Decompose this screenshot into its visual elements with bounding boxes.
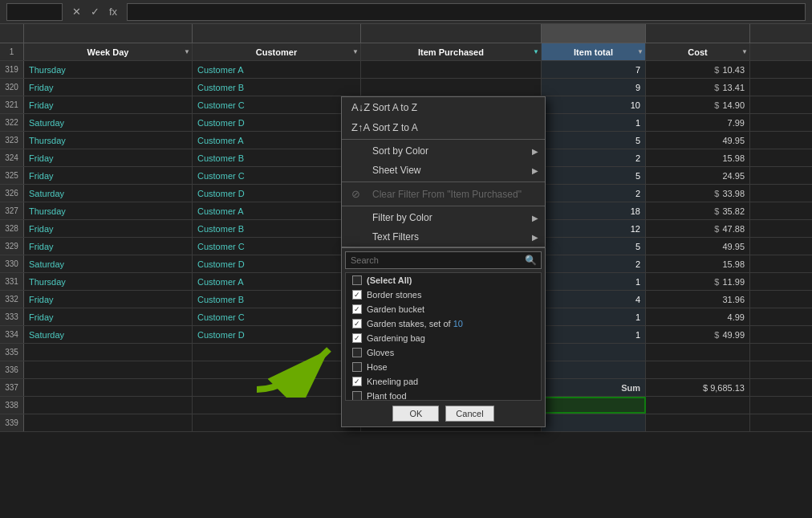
cell-weekday[interactable] — [24, 361, 193, 378]
cell-itemtotal[interactable] — [542, 414, 646, 431]
filter-list-item[interactable]: Border stones — [346, 288, 541, 302]
cell-weekday[interactable]: Thursday — [24, 202, 193, 219]
menu-item-sort-z-to-a[interactable]: Z↑ASort Z to A — [342, 117, 545, 137]
cell-itemtotal[interactable]: 5 — [542, 238, 646, 255]
cell-customer[interactable] — [193, 344, 361, 361]
cell-itemtotal[interactable]: 9 — [542, 79, 646, 96]
cell-weekday[interactable] — [24, 397, 193, 414]
cell-cost[interactable] — [646, 361, 750, 378]
cell-itemtotal[interactable]: 7 — [542, 61, 646, 78]
cell-customer[interactable]: Customer B — [193, 149, 361, 166]
cell-customer[interactable]: Customer C — [193, 167, 361, 184]
cell-weekday[interactable]: Friday — [24, 96, 193, 113]
cell-customer[interactable]: Customer D — [193, 326, 361, 343]
cell-itemtotal[interactable]: 12 — [542, 220, 646, 237]
cell-customer[interactable]: Customer A — [193, 273, 361, 290]
cell-cost[interactable]: $14.90 — [646, 96, 750, 113]
cell-itemtotal[interactable]: 5 — [542, 132, 646, 149]
cell-weekday[interactable] — [24, 379, 193, 396]
filter-checkbox[interactable] — [352, 391, 362, 401]
cell-customer[interactable] — [193, 361, 361, 378]
cell-cost[interactable] — [646, 414, 750, 431]
cell-cost[interactable]: $47.88 — [646, 220, 750, 237]
cell-customer[interactable]: Customer B — [193, 79, 361, 96]
filter-checkbox[interactable] — [352, 304, 362, 314]
filter-checkbox[interactable] — [352, 348, 362, 357]
filter-list-item[interactable]: Gardening bag — [346, 331, 541, 345]
cell-cost[interactable]: $11.99 — [646, 273, 750, 290]
cell-itemtotal[interactable]: 5 — [542, 167, 646, 184]
filter-checkbox[interactable] — [352, 362, 362, 372]
cell-customer[interactable]: Customer D — [193, 255, 361, 272]
cell-itemtotal[interactable] — [542, 397, 646, 414]
cell-itemtotal[interactable]: 2 — [542, 255, 646, 272]
cell-cost[interactable]: 24.95 — [646, 167, 750, 184]
filter-list-item[interactable]: (Select All) — [346, 273, 541, 288]
cell-customer[interactable]: Customer B — [193, 220, 361, 237]
cell-cost[interactable]: 15.98 — [646, 149, 750, 166]
cell-cost[interactable] — [646, 397, 750, 414]
cell-weekday[interactable]: Friday — [24, 238, 193, 255]
cell-customer[interactable] — [193, 414, 361, 431]
cell-cost[interactable] — [646, 344, 750, 361]
filter-list-item[interactable]: Plant food — [346, 389, 541, 401]
cell-itemtotal[interactable]: 1 — [542, 273, 646, 290]
cell-itemtotal[interactable]: Sum — [542, 379, 646, 396]
filter-panel[interactable]: 🔍 (Select All) Border stones Garden buck… — [341, 247, 546, 427]
filter-checkbox[interactable] — [352, 377, 362, 386]
filter-checkbox[interactable] — [352, 333, 362, 343]
cell-customer[interactable]: Customer B — [193, 291, 361, 308]
filter-list-item[interactable]: Gloves — [346, 345, 541, 360]
col-header-e[interactable] — [646, 24, 750, 43]
cell-item[interactable] — [361, 79, 542, 96]
cell-itemtotal[interactable]: 2 — [542, 149, 646, 166]
filter-list-item[interactable]: Garden stakes, set of 10 — [346, 316, 541, 331]
cell-itemtotal[interactable]: 1 — [542, 326, 646, 343]
cell-itemtotal[interactable]: 1 — [542, 114, 646, 131]
cell-weekday[interactable]: Thursday — [24, 132, 193, 149]
insert-function-icon[interactable]: fx — [106, 4, 120, 19]
cell-weekday[interactable]: Saturday — [24, 185, 193, 202]
cell-itemtotal[interactable]: 10 — [542, 96, 646, 113]
cell-cost[interactable]: 31.96 — [646, 291, 750, 308]
cancel-formula-icon[interactable]: ✕ — [69, 4, 84, 19]
menu-item-sort-a-to-z[interactable]: A↓ZSort A to Z — [342, 97, 545, 117]
cell-cost[interactable]: $35.82 — [646, 202, 750, 219]
filter-list-item[interactable]: Kneeling pad — [346, 374, 541, 389]
cell-cost[interactable]: $49.99 — [646, 326, 750, 343]
filter-search-box[interactable]: 🔍 — [345, 251, 542, 269]
cell-itemtotal[interactable]: 4 — [542, 291, 646, 308]
cell-weekday[interactable]: Friday — [24, 79, 193, 96]
cell-cost[interactable]: 7.99 — [646, 114, 750, 131]
cell-cost[interactable]: 4.99 — [646, 308, 750, 325]
cell-weekday[interactable]: Thursday — [24, 61, 193, 78]
cell-cost[interactable]: 15.98 — [646, 255, 750, 272]
cell-weekday[interactable]: Friday — [24, 167, 193, 184]
cell-itemtotal[interactable]: 18 — [542, 202, 646, 219]
cell-cost[interactable]: $33.98 — [646, 185, 750, 202]
col-header-a[interactable] — [24, 24, 193, 43]
cell-weekday[interactable]: Saturday — [24, 255, 193, 272]
filter-checkbox[interactable] — [352, 275, 362, 285]
confirm-formula-icon[interactable]: ✓ — [87, 4, 103, 19]
cell-weekday[interactable]: Friday — [24, 149, 193, 166]
cell-customer[interactable]: Customer C — [193, 238, 361, 255]
formula-bar[interactable] — [127, 3, 806, 21]
cell-customer[interactable] — [193, 379, 361, 396]
col-header-d[interactable] — [542, 24, 646, 43]
cell-cost[interactable]: $13.41 — [646, 79, 750, 96]
filter-ok-button[interactable]: OK — [392, 406, 439, 422]
cell-weekday[interactable]: Thursday — [24, 273, 193, 290]
search-icon[interactable]: 🔍 — [521, 252, 541, 268]
col-header-c[interactable] — [361, 24, 542, 43]
cell-customer[interactable]: Customer C — [193, 308, 361, 325]
filter-checkbox[interactable] — [352, 319, 362, 328]
filter-cancel-button[interactable]: Cancel — [445, 406, 493, 422]
cell-customer[interactable] — [193, 397, 361, 414]
filter-checkbox[interactable] — [352, 290, 362, 300]
cell-customer[interactable]: Customer C — [193, 96, 361, 113]
cell-weekday[interactable] — [24, 414, 193, 431]
col-header-b[interactable] — [193, 24, 361, 43]
cell-weekday[interactable]: Friday — [24, 220, 193, 237]
cell-itemtotal[interactable]: 2 — [542, 185, 646, 202]
